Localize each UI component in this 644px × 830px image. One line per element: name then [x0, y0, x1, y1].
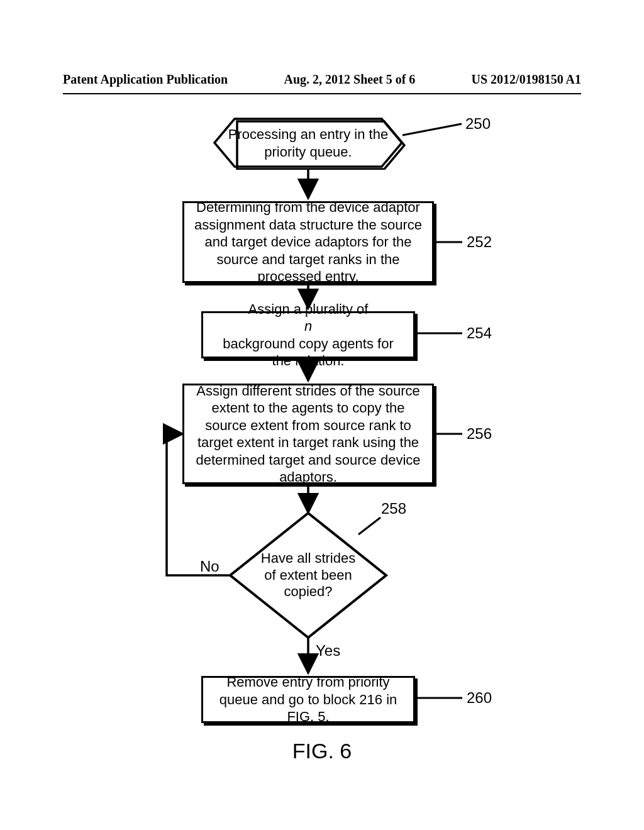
header-left: Patent Application Publication — [63, 72, 228, 87]
flow-node-254-text: Assign a plurality of n background copy … — [213, 301, 403, 370]
flow-node-254: Assign a plurality of n background copy … — [201, 311, 415, 358]
flow-node-260-text: Remove entry from priority queue and go … — [213, 673, 403, 726]
flow-node-260: Remove entry from priority queue and go … — [201, 676, 415, 723]
ref-label-254: 254 — [467, 324, 492, 342]
flow-node-252: Determining from the device adaptor assi… — [182, 201, 434, 283]
flow-node-256-text: Assign different strides of the source e… — [194, 382, 422, 486]
ref-label-252: 252 — [467, 233, 492, 251]
ref-label-256: 256 — [467, 425, 492, 443]
page-header: Patent Application Publication Aug. 2, 2… — [63, 72, 581, 87]
flowchart-canvas: Processing an entry in the priority queu… — [0, 110, 644, 770]
header-rule — [63, 93, 581, 94]
flow-node-256: Assign different strides of the source e… — [182, 384, 434, 484]
svg-line-5 — [402, 124, 462, 135]
ref-label-260: 260 — [467, 689, 492, 707]
flow-node-258: Have all strides of extent been copied? — [226, 509, 390, 641]
flow-node-252-text: Determining from the device adaptor assi… — [194, 199, 422, 285]
header-mid: Aug. 2, 2012 Sheet 5 of 6 — [228, 72, 471, 87]
flow-node-258-text: Have all strides of extent been copied? — [226, 509, 390, 641]
header-right: US 2012/0198150 A1 — [472, 72, 581, 87]
flow-node-250-text: Processing an entry in the priority queu… — [211, 126, 406, 160]
decision-no-label: No — [200, 558, 219, 575]
flow-node-250: Processing an entry in the priority queu… — [211, 116, 406, 170]
decision-yes-label: Yes — [316, 642, 340, 660]
ref-label-250: 250 — [465, 115, 491, 133]
figure-caption: FIG. 6 — [0, 739, 644, 763]
